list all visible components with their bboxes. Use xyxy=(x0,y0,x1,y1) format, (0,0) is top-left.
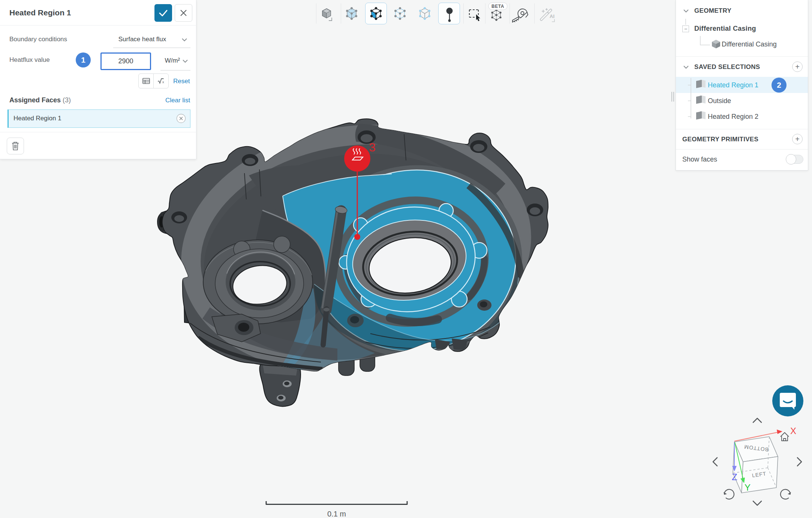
svg-text:AI: AI xyxy=(550,13,554,19)
svg-text:BETA: BETA xyxy=(491,4,504,9)
svg-text:x: x xyxy=(162,80,164,84)
svg-text:Z: Z xyxy=(732,472,737,482)
svg-text:0.1 m: 0.1 m xyxy=(327,510,346,518)
svg-text:Y: Y xyxy=(745,482,751,493)
svg-text:X: X xyxy=(790,426,796,436)
svg-text:3: 3 xyxy=(369,141,376,154)
